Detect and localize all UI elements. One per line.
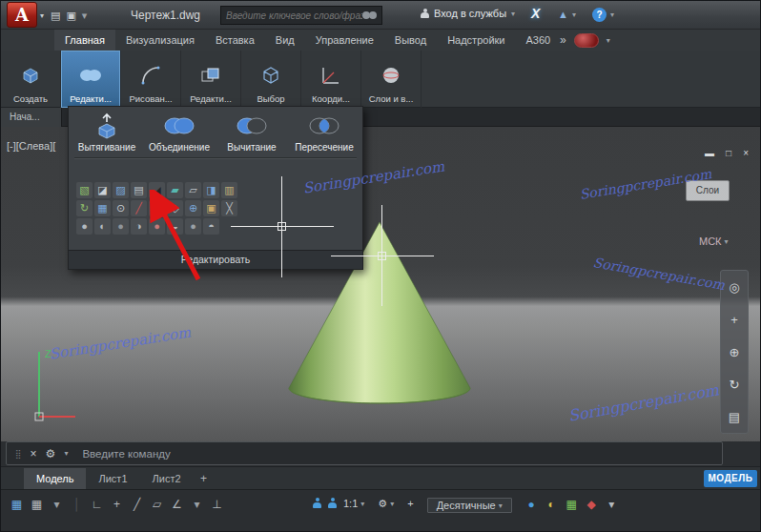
pan-icon[interactable]: + bbox=[730, 313, 738, 327]
copy-edges-icon[interactable]: ⊙ bbox=[113, 200, 129, 216]
move-faces-icon[interactable]: ◪ bbox=[94, 182, 111, 198]
panel-edit-solids[interactable]: Редакти... bbox=[61, 51, 121, 108]
command-line[interactable]: ⣿ × ⚙ ▾ Введите команду bbox=[6, 441, 723, 465]
subtract-icon bbox=[236, 113, 268, 139]
red-status-icon[interactable] bbox=[574, 33, 599, 48]
orbit-icon[interactable]: ↻ bbox=[730, 378, 740, 392]
units-dropdown[interactable]: Десятичные ▾ bbox=[427, 498, 512, 513]
help-button[interactable]: ? ▾ bbox=[592, 8, 614, 22]
ribbon-overflow-icon[interactable]: » bbox=[560, 33, 566, 47]
isodraft-icon[interactable]: ▱ bbox=[151, 498, 163, 511]
ortho-mode-icon[interactable]: ╱ bbox=[131, 498, 143, 511]
otrack-icon[interactable]: ⊥ bbox=[211, 498, 223, 511]
annotation-scale-control[interactable]: 1:1 ▾ bbox=[343, 498, 364, 509]
search-input[interactable] bbox=[226, 10, 362, 21]
sphere-tool-icon[interactable]: ◐ bbox=[94, 218, 111, 235]
subtract-button[interactable]: Вычитание bbox=[216, 113, 288, 153]
osnap-icon[interactable]: ∠ bbox=[171, 498, 183, 511]
status-bar: ▦▦▾│∟+╱▱∠▾⊥ 1:1 ▾ ⚙ ▾ + Десятичные ▾ ●◐▦… bbox=[1, 489, 761, 532]
panel-modify[interactable]: Редакти... bbox=[181, 51, 241, 108]
ribbon-tab[interactable]: Главная bbox=[54, 30, 115, 51]
search-binoculars-icon[interactable] bbox=[362, 11, 377, 20]
layout-tab[interactable]: Модель bbox=[24, 468, 86, 489]
autodesk-exchange-icon[interactable]: X bbox=[531, 6, 540, 21]
color-faces-icon[interactable]: ▦ bbox=[94, 200, 111, 216]
close-icon[interactable]: × bbox=[31, 447, 37, 460]
isolate-objects-icon[interactable]: ◐ bbox=[545, 498, 558, 511]
annotation-autoscale-icon[interactable] bbox=[328, 498, 337, 508]
panel-create[interactable]: Создать bbox=[1, 51, 61, 108]
snap-mode-icon[interactable]: ▦ bbox=[31, 498, 43, 511]
model-space-badge[interactable]: МОДЕЛЬ bbox=[704, 470, 757, 487]
annotation-visibility-icon[interactable] bbox=[313, 498, 321, 508]
panel-layers-view[interactable]: Слои и в... bbox=[361, 51, 422, 108]
ribbon-tab[interactable]: Визуализация bbox=[115, 30, 205, 51]
crosshair-toggle[interactable]: + bbox=[407, 498, 413, 509]
layout-tab[interactable]: Лист2 bbox=[140, 468, 194, 489]
plot-icon[interactable]: ▣ bbox=[66, 9, 75, 22]
union-button[interactable]: Объединение bbox=[143, 113, 216, 153]
restore-icon[interactable]: □ bbox=[726, 148, 731, 158]
ribbon-tab[interactable]: Вставка bbox=[205, 30, 265, 51]
close-icon[interactable]: × bbox=[743, 148, 749, 158]
panel-label: Рисован... bbox=[129, 93, 172, 104]
notification-icon[interactable]: ◆ bbox=[586, 498, 598, 511]
ribbon-tab[interactable]: Вывод bbox=[384, 30, 437, 51]
chevron-down-icon[interactable]: ▾ bbox=[82, 9, 88, 22]
ribbon-tab[interactable]: Управление bbox=[305, 30, 384, 51]
minimize-icon[interactable]: ▬ bbox=[705, 148, 714, 158]
extrude-faces-icon[interactable]: ▧ bbox=[76, 182, 93, 198]
presspull-button[interactable]: Вытягивание bbox=[71, 113, 143, 153]
file-tab-start[interactable]: Нача... bbox=[1, 108, 62, 127]
separator[interactable]: │ bbox=[71, 498, 83, 511]
grid-display-icon[interactable]: ▦ bbox=[10, 498, 23, 511]
trusted-paths-icon[interactable]: ▦ bbox=[566, 498, 578, 511]
ribbon-tab[interactable]: Вид bbox=[265, 30, 305, 51]
share-button[interactable]: ▲ ▾ bbox=[558, 9, 576, 20]
customization-icon[interactable]: ▾ bbox=[606, 498, 618, 511]
sphere-tool-icon[interactable]: ● bbox=[76, 218, 93, 235]
chevron-down-icon[interactable]: ▾ bbox=[191, 498, 203, 511]
intersect-button[interactable]: Пересечение bbox=[288, 113, 360, 153]
signin-button[interactable]: Вход в службы ▾ bbox=[421, 8, 515, 19]
showmotion-icon[interactable]: ▤ bbox=[729, 410, 740, 424]
crosshair-pickbox bbox=[278, 222, 286, 231]
chevron-down-icon: ▾ bbox=[390, 500, 394, 508]
panel-selection[interactable]: Выбор bbox=[241, 51, 301, 108]
navigation-wheel-icon[interactable]: ◎ bbox=[729, 280, 739, 295]
layout-tab-bar: МодельЛист1Лист2 + МОДЕЛЬ bbox=[1, 466, 761, 489]
open-file-icon[interactable]: ▤ bbox=[51, 9, 60, 22]
chevron-down-icon: ▾ bbox=[572, 10, 576, 19]
ucs-icon: Z bbox=[14, 342, 94, 430]
customize-icon[interactable]: ⚙ bbox=[46, 447, 56, 460]
chevron-down-icon: ▾ bbox=[725, 237, 729, 246]
ribbon-tab[interactable]: A360 bbox=[515, 30, 561, 51]
panel-coordinates[interactable]: Коорди... bbox=[301, 51, 361, 108]
offset-faces-icon[interactable]: ▨ bbox=[113, 182, 129, 198]
chevron-down-icon[interactable]: ▾ bbox=[51, 498, 63, 511]
graphics-performance-icon[interactable]: ● bbox=[525, 498, 538, 511]
chevron-down-icon[interactable]: ▾ bbox=[64, 449, 68, 458]
panel-draw[interactable]: Рисован... bbox=[121, 51, 181, 108]
zoom-icon[interactable]: ⊕ bbox=[730, 345, 740, 359]
add-layout-button[interactable]: + bbox=[195, 472, 213, 485]
dynamic-input-icon[interactable]: + bbox=[111, 498, 123, 511]
ribbon-tab[interactable]: Надстройки bbox=[437, 30, 515, 51]
ucs-dropdown[interactable]: МСК ▾ bbox=[699, 235, 729, 247]
sphere-tool-icon[interactable]: ● bbox=[113, 218, 129, 235]
convert-icon[interactable]: ╳ bbox=[221, 200, 237, 216]
command-prompt-text[interactable]: Введите команду bbox=[82, 448, 170, 460]
chevron-down-icon[interactable]: ▾ bbox=[40, 11, 44, 20]
drag-grip-icon[interactable]: ⣿ bbox=[15, 449, 22, 459]
axes-icon bbox=[320, 60, 341, 91]
layout-tab[interactable]: Лист1 bbox=[86, 468, 139, 489]
viewport-controls-label[interactable]: [-][Слева][ bbox=[7, 140, 55, 152]
chevron-down-icon[interactable]: ▾ bbox=[607, 36, 610, 45]
infer-constraints-icon[interactable]: ∟ bbox=[91, 498, 103, 511]
imprint-icon[interactable]: ↻ bbox=[76, 200, 93, 216]
check-icon[interactable]: ▥ bbox=[221, 182, 237, 198]
title-bar: A ▾ ▤▣▾ Чертеж1.dwg Вход в службы ▾ X ▲ … bbox=[1, 1, 761, 30]
application-menu-button[interactable]: A bbox=[7, 2, 37, 28]
units-value: Десятичные bbox=[437, 500, 496, 511]
workspace-gear-control[interactable]: ⚙ ▾ bbox=[378, 498, 394, 510]
